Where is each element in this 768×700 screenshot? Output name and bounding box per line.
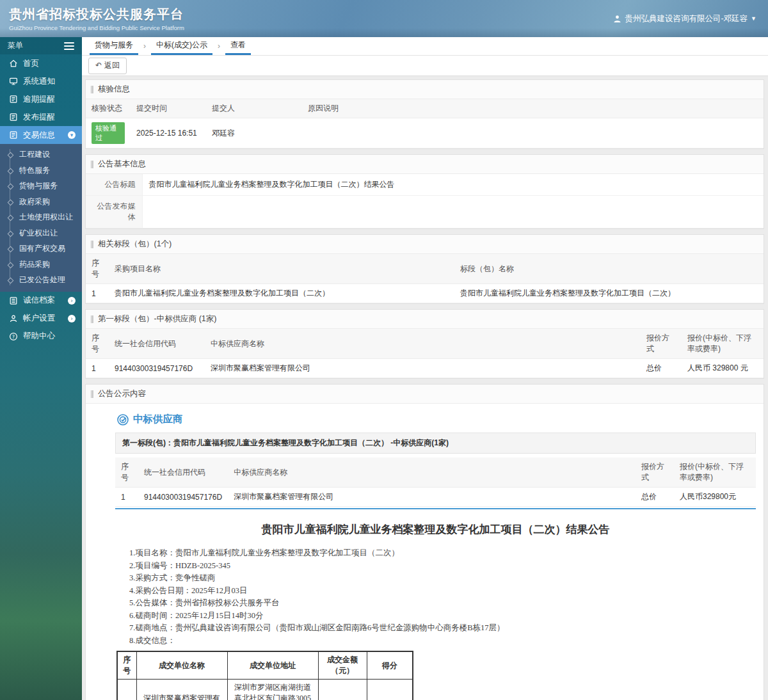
- sidebar-item-home[interactable]: 首页: [0, 54, 82, 72]
- winning-suppliers-header: 第一标段（包）-中标供应商 (1家): [86, 310, 764, 329]
- toolbar: ↶ 返回: [82, 56, 768, 76]
- sidebar-item-credit-archive[interactable]: 诚信档案 ›: [0, 292, 82, 310]
- breadcrumb-award-publicity[interactable]: 中标(成交)公示: [151, 36, 212, 55]
- table-row: 1 贵阳市儿童福利院儿童业务档案整理及数字化加工项目（二次） 贵阳市儿童福利院儿…: [86, 284, 764, 303]
- supplier-name-cell: 深圳市聚赢档案管理有限公司: [228, 488, 636, 507]
- target-icon: [116, 413, 129, 426]
- app-subtitle: GuiZhou Province Tendering and Bidding P…: [9, 24, 184, 31]
- supplier-banner-title: 中标供应商: [133, 413, 183, 426]
- section-marker: [92, 241, 93, 248]
- related-sections-header: 相关标段（包）(1个): [86, 235, 764, 254]
- public-content-card: 公告公示内容 中标供应商 第一标段(包)：贵阳市儿童福利院儿童业务档案整理及数字…: [85, 384, 764, 700]
- brand: 贵州省招标投标公共服务平台 GuiZhou Province Tendering…: [9, 6, 184, 31]
- verification-card: 核验信息 核验状态 提交时间 提交人 原因说明: [85, 79, 764, 149]
- back-button[interactable]: ↶ 返回: [88, 58, 127, 74]
- user-name: 贵州弘典建设咨询有限公司-邓廷容: [625, 13, 748, 24]
- verification-table: 核验状态 提交时间 提交人 原因说明 核验通过 2025-12-15 16:51…: [86, 99, 764, 148]
- home-icon: [8, 59, 18, 68]
- table-row: 核验通过 2025-12-15 16:51 邓廷容: [86, 118, 764, 148]
- sidebar-item-account-settings[interactable]: 帐户设置 ›: [0, 310, 82, 328]
- status-badge: 核验通过: [92, 122, 125, 144]
- breadcrumb-separator: ›: [143, 42, 146, 55]
- section-title: 公告公示内容: [98, 388, 146, 399]
- announcement-info-table: 公告标题 贵阳市儿童福利院儿童业务档案整理及数字化加工项目（二次）结果公告 公告…: [86, 174, 764, 228]
- col-header: 提交时间: [131, 99, 206, 118]
- sidebar-item-label: 帐户设置: [23, 313, 55, 324]
- user-menu[interactable]: 贵州弘典建设咨询有限公司-邓廷容 ▼: [613, 13, 756, 24]
- sidebar-item-label: 首页: [23, 58, 39, 69]
- table-header-row: 序号 成交单位名称 成交单位地址 成交金额（元） 得分: [117, 651, 413, 680]
- col-header: 报价方式: [636, 457, 674, 488]
- sidebar-item-help-center[interactable]: ? 帮助中心: [0, 328, 82, 346]
- menu-label: 菜单: [8, 40, 23, 51]
- transaction-submenu: 工程建设 特色服务 货物与服务 政府采购 土地使用权出让 矿业权出让 国有产权交…: [0, 144, 82, 292]
- announcement-info-section-header: 公告基本信息: [86, 155, 764, 174]
- content-supplier-table: 序号 统一社会信用代码 中标供应商名称 报价方式 报价(中标价、下浮率或费率) …: [115, 457, 756, 507]
- sidebar-item-overdue-reminders[interactable]: 逾期提醒: [0, 90, 82, 108]
- sidebar-subitem-featured-services[interactable]: 特色服务: [0, 163, 82, 179]
- supplier-name-cell: 深圳市聚赢档案管理有限公司: [205, 359, 641, 378]
- credit-code-cell: 91440300319457176D: [138, 488, 228, 507]
- sidebar-subitem-engineering-construction[interactable]: 工程建设: [0, 147, 82, 163]
- quote-amount-cell: 人民币329800元: [674, 488, 756, 507]
- sidebar-item-label: 帮助中心: [23, 331, 55, 342]
- breadcrumb-view[interactable]: 查看: [225, 36, 251, 55]
- document-icon: [8, 131, 18, 139]
- sidebar-item-label: 发布提醒: [23, 112, 55, 123]
- col-header: 提交人: [206, 99, 302, 118]
- score-cell: 97.00: [367, 680, 413, 700]
- quote-type-cell: 总价: [636, 488, 674, 507]
- sidebar-item-transaction-info[interactable]: 交易信息 ▾: [0, 126, 82, 144]
- user-icon: [613, 15, 621, 23]
- col-header: 中标供应商名称: [205, 329, 641, 359]
- sidebar-subitem-land-use-rights[interactable]: 土地使用权出让: [0, 209, 82, 225]
- section-title: 第一标段（包）-中标供应商 (1家): [98, 314, 216, 324]
- announcement-title-label: 公告标题: [86, 174, 142, 196]
- col-header: 序号: [117, 651, 136, 680]
- col-header: 标段（包）名称: [454, 254, 764, 284]
- chevron-right-icon: ›: [68, 315, 76, 322]
- back-button-label: 返回: [104, 60, 120, 71]
- doc-line: 2.项目编号：HDZB-2025-345: [115, 560, 756, 573]
- submit-time: 2025-12-15 16:51: [131, 118, 206, 148]
- sidebar-item-system-notifications[interactable]: 系统通知: [0, 72, 82, 90]
- package-bar: 第一标段(包)：贵阳市儿童福利院儿童业务档案整理及数字化加工项目（二次） -中标…: [115, 433, 756, 454]
- document-icon: [8, 113, 18, 122]
- section-marker: [92, 161, 93, 168]
- sidebar-item-label: 系统通知: [23, 76, 55, 87]
- divider: [115, 508, 756, 509]
- question-circle-icon: ?: [8, 332, 18, 341]
- section-marker: [92, 86, 93, 93]
- sidebar-subitem-mining-rights[interactable]: 矿业权出让: [0, 225, 82, 241]
- doc-line: 4.采购公告日期：2025年12月03日: [115, 585, 756, 598]
- sidebar-subitem-goods-and-services[interactable]: 货物与服务: [0, 178, 82, 194]
- sidebar-subitem-government-procurement[interactable]: 政府采购: [0, 194, 82, 210]
- seq-cell: 1: [86, 284, 109, 303]
- table-header-row: 序号 统一社会信用代码 中标供应商名称 报价方式 报价(中标价、下浮率或费率): [86, 329, 764, 359]
- announcement-document: 贵阳市儿童福利院儿童业务档案整理及数字化加工项目（二次）结果公告 1.项目名称：…: [115, 522, 756, 700]
- sidebar-item-label: 诚信档案: [23, 295, 55, 306]
- deal-amount-cell: 329800.00: [318, 680, 367, 700]
- section-title: 核验信息: [98, 84, 130, 95]
- project-name-cell: 贵阳市儿童福利院儿童业务档案整理及数字化加工项目（二次）: [109, 284, 454, 303]
- sidebar-item-publish-reminders[interactable]: 发布提醒: [0, 108, 82, 126]
- chevron-right-icon: ›: [68, 297, 76, 305]
- public-content-header: 公告公示内容: [86, 385, 764, 404]
- deal-info-table: 序号 成交单位名称 成交单位地址 成交金额（元） 得分: [116, 651, 413, 700]
- col-header: 序号: [115, 457, 138, 488]
- sidebar-subitem-state-owned-property[interactable]: 国有产权交易: [0, 241, 82, 257]
- table-header-row: 核验状态 提交时间 提交人 原因说明: [86, 99, 764, 118]
- sidebar-subitem-drug-procurement[interactable]: 药品采购: [0, 257, 82, 273]
- winning-suppliers-table: 序号 统一社会信用代码 中标供应商名称 报价方式 报价(中标价、下浮率或费率) …: [86, 329, 764, 378]
- breadcrumb-goods-and-services[interactable]: 货物与服务: [90, 36, 138, 55]
- sidebar-subitem-published-announcements[interactable]: 已发公告处理: [0, 272, 82, 288]
- doc-line: 6.磋商时间：2025年12月15日14时30分: [115, 610, 756, 623]
- hamburger-menu-icon[interactable]: [64, 40, 74, 52]
- winner-address-cell: 深圳市罗湖区南湖街道嘉北社区东门南路3005号寸金大厦2421、2422、242…: [227, 680, 318, 700]
- sidebar: 菜单 首页 系统通知 逾期提醒: [0, 37, 82, 700]
- credit-code-cell: 91440300319457176D: [109, 359, 205, 378]
- quote-type-cell: 总价: [641, 359, 682, 378]
- col-header: 中标供应商名称: [228, 457, 636, 488]
- quote-amount-cell: 人民币 329800 元: [682, 359, 764, 378]
- col-header: 成交单位地址: [227, 651, 318, 680]
